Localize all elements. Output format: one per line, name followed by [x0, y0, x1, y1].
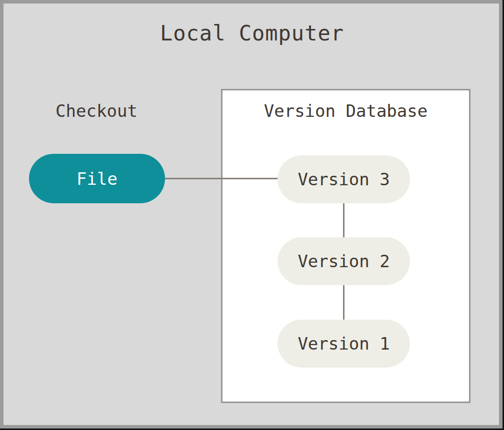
- node-file: File: [29, 154, 165, 203]
- node-version-1-label: Version 1: [298, 334, 390, 354]
- version-database-title: Version Database: [221, 102, 470, 120]
- edge-file-to-version3: [160, 178, 280, 179]
- checkout-label: Checkout: [31, 102, 162, 120]
- node-version-3: Version 3: [278, 155, 410, 203]
- node-file-label: File: [76, 169, 118, 189]
- node-version-1: Version 1: [278, 320, 410, 368]
- diagram-title: Local Computer: [0, 22, 504, 45]
- node-version-2-label: Version 2: [298, 251, 390, 271]
- diagram-canvas: Local Computer Checkout Version Database…: [0, 0, 504, 430]
- edge-version3-to-version2: [343, 200, 344, 240]
- node-version-2: Version 2: [278, 237, 410, 285]
- edge-version2-to-version1: [343, 283, 344, 323]
- node-version-3-label: Version 3: [298, 169, 390, 189]
